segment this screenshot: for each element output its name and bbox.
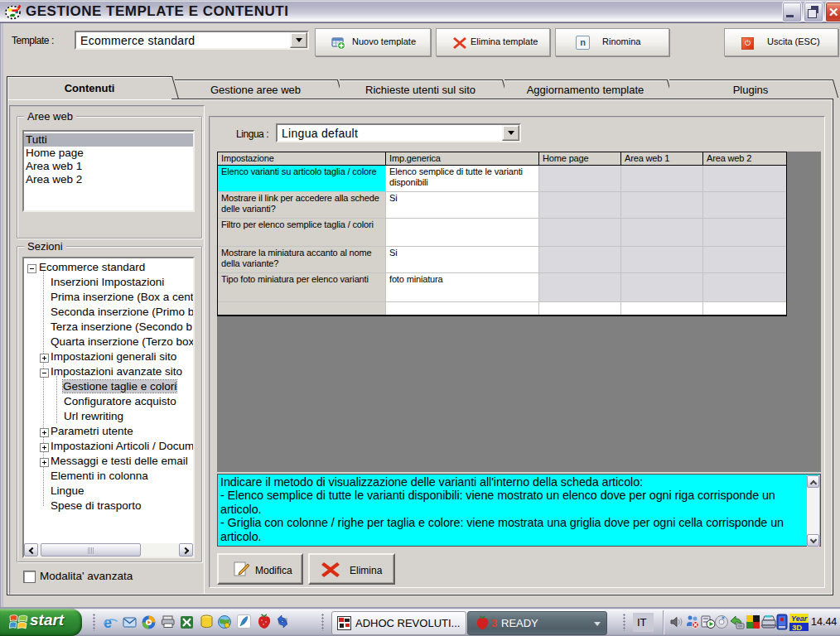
svg-text:3D: 3D [792, 623, 802, 631]
svg-text:Year: Year [791, 614, 808, 623]
